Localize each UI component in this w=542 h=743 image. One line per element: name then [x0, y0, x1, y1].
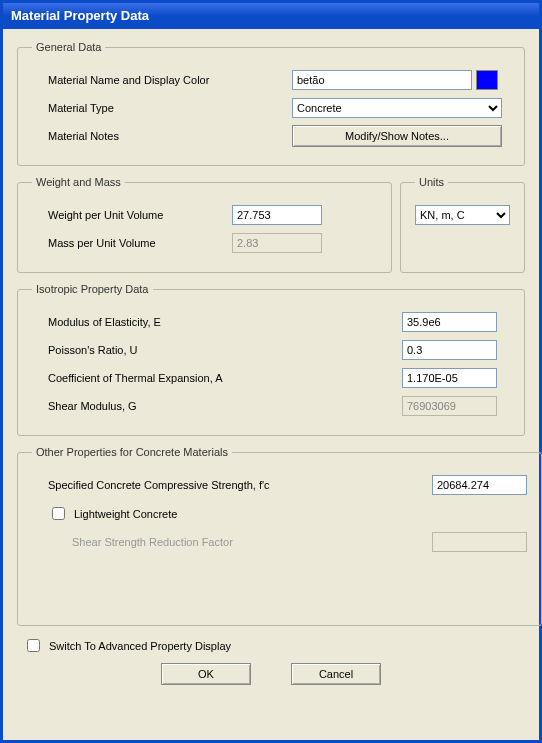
units-group: Units KN, m, C — [400, 176, 525, 273]
other-properties-legend: Other Properties for Concrete Materials — [32, 446, 232, 458]
weight-mass-legend: Weight and Mass — [32, 176, 125, 188]
cancel-button[interactable]: Cancel — [291, 663, 381, 685]
material-notes-label: Material Notes — [32, 130, 292, 142]
material-name-label: Material Name and Display Color — [32, 74, 292, 86]
weight-per-unit-label: Weight per Unit Volume — [32, 209, 232, 221]
content-area: General Data Material Name and Display C… — [3, 29, 539, 697]
shear-g-input — [402, 396, 497, 416]
switch-advanced-label: Switch To Advanced Property Display — [49, 640, 231, 652]
weight-mass-group: Weight and Mass Weight per Unit Volume M… — [17, 176, 392, 273]
other-properties-group: Other Properties for Concrete Materials … — [17, 446, 542, 626]
thermal-a-label: Coefficient of Thermal Expansion, A — [32, 372, 402, 384]
ok-button[interactable]: OK — [161, 663, 251, 685]
modulus-e-input[interactable] — [402, 312, 497, 332]
display-color-swatch[interactable] — [476, 70, 498, 90]
modify-show-notes-button[interactable]: Modify/Show Notes... — [292, 125, 502, 147]
mass-per-unit-label: Mass per Unit Volume — [32, 237, 232, 249]
fc-label: Specified Concrete Compressive Strength,… — [32, 479, 432, 491]
ssrf-input — [432, 532, 527, 552]
titlebar: Material Property Data — [3, 3, 539, 29]
switch-advanced-checkbox[interactable] — [27, 639, 40, 652]
modulus-e-label: Modulus of Elasticity, E — [32, 316, 402, 328]
material-property-window: Material Property Data General Data Mate… — [0, 0, 542, 743]
fc-input[interactable] — [432, 475, 527, 495]
lightweight-checkbox[interactable] — [52, 507, 65, 520]
material-type-label: Material Type — [32, 102, 292, 114]
material-type-select[interactable]: Concrete — [292, 98, 502, 118]
material-name-input[interactable] — [292, 70, 472, 90]
ssrf-label: Shear Strength Reduction Factor — [32, 536, 432, 548]
window-title: Material Property Data — [11, 8, 149, 23]
general-data-group: General Data Material Name and Display C… — [17, 41, 525, 166]
shear-g-label: Shear Modulus, G — [32, 400, 402, 412]
isotropic-legend: Isotropic Property Data — [32, 283, 153, 295]
mass-per-unit-input — [232, 233, 322, 253]
isotropic-group: Isotropic Property Data Modulus of Elast… — [17, 283, 525, 436]
units-legend: Units — [415, 176, 448, 188]
units-select[interactable]: KN, m, C — [415, 205, 510, 225]
general-legend: General Data — [32, 41, 105, 53]
weight-per-unit-input[interactable] — [232, 205, 322, 225]
poisson-u-input[interactable] — [402, 340, 497, 360]
lightweight-label: Lightweight Concrete — [74, 508, 177, 520]
poisson-u-label: Poisson's Ratio, U — [32, 344, 402, 356]
thermal-a-input[interactable] — [402, 368, 497, 388]
